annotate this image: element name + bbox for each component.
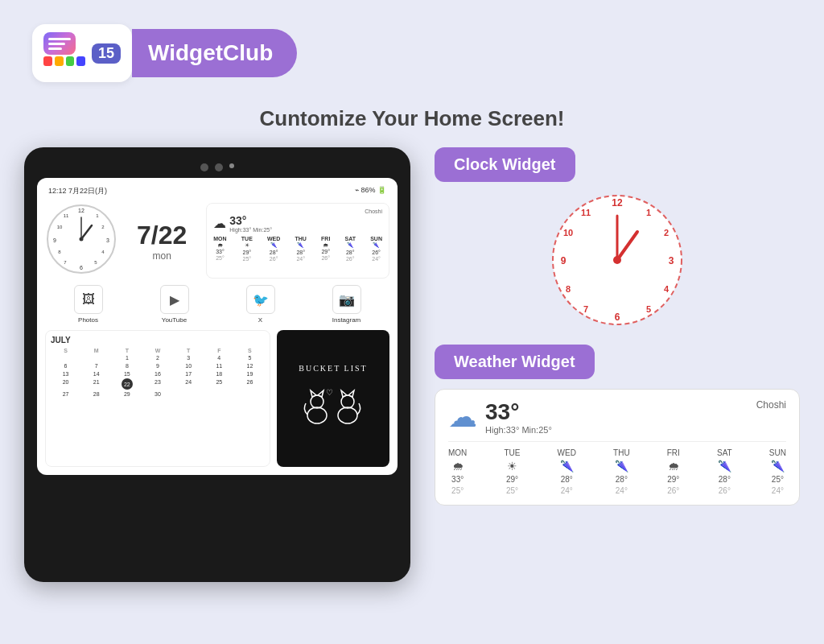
weather-day: WED 🌂 28° 24° <box>558 448 576 495</box>
app-icon-photos[interactable]: 🖼 Photos <box>74 285 103 324</box>
svg-text:12: 12 <box>612 197 623 208</box>
svg-text:♡: ♡ <box>326 388 335 397</box>
svg-text:2: 2 <box>664 228 669 237</box>
weather-icon: ☀ <box>507 460 517 473</box>
logo-icon <box>43 32 85 74</box>
app-icon-x[interactable]: 🐦 X <box>246 285 275 324</box>
svg-text:12: 12 <box>78 208 84 213</box>
instagram-label: Instagram <box>332 316 361 324</box>
clock-large-svg: 12 3 6 9 1 2 4 5 7 8 10 11 <box>549 192 686 328</box>
cal-header: M <box>81 348 111 353</box>
weather-icon: 🌂 <box>560 460 574 473</box>
weather-icon: 🌂 <box>718 460 731 473</box>
day-low: 24° <box>772 486 784 495</box>
svg-point-16 <box>307 407 327 423</box>
photos-label: Photos <box>78 316 98 324</box>
weather-day: THU 🌂 28° 24° <box>613 448 630 495</box>
logo-container: 15 <box>32 24 132 82</box>
youtube-icon-box: ▶ <box>160 285 189 314</box>
svg-text:6: 6 <box>615 312 620 323</box>
day-high: 25° <box>772 475 784 484</box>
bucket-list-title: Bucket List <box>299 364 367 373</box>
weather-day: SAT 🌂 28° 26° <box>717 448 732 495</box>
svg-point-15 <box>80 237 84 242</box>
weather-widget-screen: Choshi ☁ 33° High:33° Min:25° MON <box>206 203 389 279</box>
svg-text:3: 3 <box>669 255 674 266</box>
svg-text:11: 11 <box>581 208 591 217</box>
svg-text:9: 9 <box>53 237 56 243</box>
weather-day-col: MON 🌧 33° 25° <box>213 236 226 262</box>
clock-large-container: 12 3 6 9 1 2 4 5 7 8 10 11 <box>435 192 800 328</box>
youtube-label: YouTube <box>162 316 187 324</box>
tagline: Cuntomize Your Home Screen! <box>0 106 824 131</box>
weather-highlow-small: High:33° Min:25° <box>229 227 272 233</box>
weather-top: ☁ 33° High:33° Min:25° Choshi <box>448 399 786 435</box>
svg-marker-18 <box>311 390 316 397</box>
cal-header: T <box>174 348 204 353</box>
day-high: 33° <box>451 475 464 484</box>
weather-widget-section: Weather Widget ☁ 33° High:33° Min:25° Ch… <box>435 345 800 506</box>
widget-row-top: 12 3 6 9 1 2 4 5 7 8 10 11 <box>45 203 389 279</box>
weather-icon: 🌂 <box>771 460 785 473</box>
x-icon-box: 🐦 <box>246 285 275 314</box>
day-low: 25° <box>506 486 518 495</box>
day-high: 29° <box>506 475 518 484</box>
svg-point-40 <box>613 256 621 264</box>
day-name: MON <box>448 448 467 457</box>
weather-temp-small: 33° <box>229 214 272 227</box>
svg-text:9: 9 <box>561 255 566 266</box>
date-day: mon <box>152 250 171 262</box>
status-battery: ⌁ 86% 🔋 <box>355 186 386 196</box>
svg-marker-19 <box>318 390 323 397</box>
weather-day-col: FRI 🌧 29° 26° <box>321 236 330 262</box>
cloud-icon: ☁ <box>448 400 477 434</box>
cal-header: W <box>142 348 172 353</box>
date-widget: 7/22 mon <box>124 203 200 279</box>
day-high: 28° <box>616 475 628 484</box>
calendar-widget: JULY S M T W T F S 1 2 3 <box>45 330 270 467</box>
day-name: SUN <box>769 448 786 457</box>
calendar-grid: S M T W T F S 1 2 3 4 5 <box>51 348 265 398</box>
clock-widget-badge: Clock Widget <box>435 147 575 182</box>
weather-day-col: WED 🌂 28° 26° <box>267 236 280 262</box>
weather-icon: 🌂 <box>615 460 628 473</box>
bucket-list-widget: Bucket List <box>277 330 389 467</box>
svg-text:7: 7 <box>583 304 588 314</box>
app-icon-instagram[interactable]: 📷 Instagram <box>332 285 361 324</box>
svg-text:11: 11 <box>64 213 69 218</box>
header: 15 WidgetClub <box>0 0 824 98</box>
weather-left: ☁ 33° High:33° Min:25° <box>448 399 552 435</box>
day-high: 28° <box>561 475 573 484</box>
svg-text:1: 1 <box>646 208 651 217</box>
weather-day: MON 🌧 33° 25° <box>448 448 467 495</box>
app-icon-youtube[interactable]: ▶ YouTube <box>160 285 189 324</box>
cats-illustration: ♡ <box>301 379 365 433</box>
svg-marker-23 <box>348 390 354 397</box>
day-high: 28° <box>719 475 731 484</box>
main-content: 12:12 7月22日(月) ⌁ 86% 🔋 12 3 6 9 <box>0 147 824 582</box>
brand-name: WidgetClub <box>148 40 273 65</box>
x-label: X <box>258 316 262 324</box>
weather-day-col: TUE ☀ 29° 25° <box>241 236 253 262</box>
cal-header: T <box>112 348 142 353</box>
weather-day: FRI 🌧 29° 26° <box>667 448 680 495</box>
instagram-icon-box: 📷 <box>332 285 361 314</box>
calendar-today: 22 <box>122 378 133 390</box>
svg-text:5: 5 <box>646 304 651 314</box>
svg-text:6: 6 <box>80 265 83 270</box>
svg-text:10: 10 <box>563 228 573 237</box>
day-low: 24° <box>616 486 628 495</box>
day-low: 25° <box>451 486 464 495</box>
weather-days-small: MON 🌧 33° 25° TUE ☀ 29° 25° WED <box>213 236 382 262</box>
clock-widget-small: 12 3 6 9 1 2 4 5 7 8 10 11 <box>45 203 117 279</box>
day-high: 29° <box>667 475 679 484</box>
weather-day: TUE ☀ 29° 25° <box>504 448 520 495</box>
day-name: THU <box>613 448 630 457</box>
day-low: 26° <box>667 486 679 495</box>
day-name: SAT <box>717 448 732 457</box>
weather-day: SUN 🌂 25° 24° <box>769 448 786 495</box>
weather-days-large: MON 🌧 33° 25° TUE ☀ 29° 25° WED 🌂 <box>448 441 786 495</box>
tablet-camera-dot <box>200 163 208 171</box>
weather-icon: 🌧 <box>668 460 679 473</box>
cal-header: S <box>235 348 265 353</box>
